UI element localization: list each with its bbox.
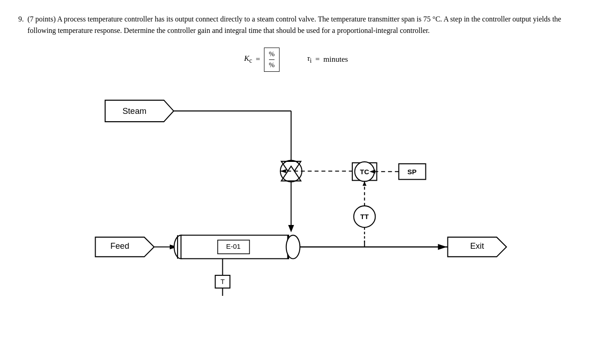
- points-label: (7 points): [27, 15, 56, 23]
- steam-label: Steam: [123, 107, 147, 116]
- fraction-numerator: %: [269, 49, 275, 60]
- hx-label: E-01: [226, 242, 241, 250]
- question-number: 9.: [18, 14, 24, 37]
- hx-right-cap: [286, 235, 300, 258]
- tt-label: TT: [361, 213, 369, 220]
- minutes-label: minutes: [323, 55, 348, 64]
- valve-arrow-down: [288, 225, 294, 232]
- tau-label: τi: [307, 54, 312, 64]
- kc-label: Kc: [244, 54, 252, 64]
- formula-row: Kc = % % τi = minutes: [18, 48, 574, 72]
- kc-formula: Kc = % %: [244, 48, 280, 72]
- fraction-box: % %: [264, 48, 280, 72]
- sp-label: SP: [408, 167, 417, 175]
- tau-formula: τi = minutes: [307, 54, 348, 64]
- process-diagram-container: Steam TC SP TT: [18, 86, 574, 296]
- tc-label: TC: [360, 167, 369, 175]
- valve-dashed-arrow: [280, 169, 286, 173]
- trap-label: T: [221, 278, 225, 285]
- question-body: A process temperature controller has its…: [27, 15, 561, 34]
- tt-arrow-up: [362, 181, 366, 186]
- process-diagram-svg: Steam TC SP TT: [18, 86, 574, 296]
- kc-equals: =: [256, 55, 260, 64]
- exit-label: Exit: [470, 241, 484, 251]
- fraction-denominator: %: [269, 60, 275, 70]
- question-header: 9. (7 points) A process temperature cont…: [18, 14, 574, 37]
- question-text: (7 points) A process temperature control…: [27, 14, 574, 37]
- valve-bottom-triangle: [281, 166, 301, 181]
- exit-arrow: [438, 244, 447, 250]
- feed-label: Feed: [110, 241, 129, 251]
- tau-equals: =: [315, 55, 320, 64]
